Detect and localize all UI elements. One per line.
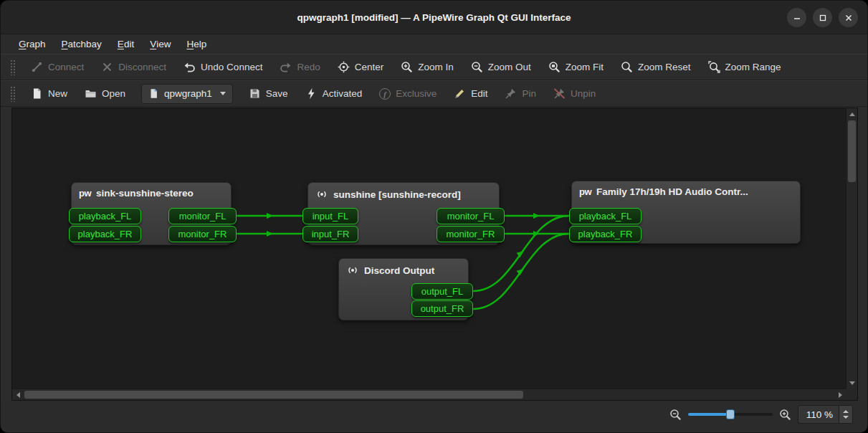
- menu-label: H: [186, 39, 194, 49]
- triangle-up-icon: [849, 113, 855, 116]
- scroll-down-button[interactable]: [846, 377, 858, 389]
- menubar: Graph Patchbay Edit View Help: [1, 34, 867, 54]
- scroll-up-button[interactable]: [846, 108, 858, 120]
- chevron-down-icon: [220, 92, 226, 95]
- pin-icon: [505, 87, 517, 100]
- port-monitor-fr[interactable]: monitor_FR: [168, 226, 237, 242]
- toolbar-handle[interactable]: [10, 86, 16, 102]
- triangle-right-icon: [839, 392, 842, 398]
- zoom-value[interactable]: 110 %: [798, 406, 839, 423]
- center-icon: [338, 61, 350, 73]
- pin-button[interactable]: Pin: [496, 83, 545, 105]
- zoom-fit-button[interactable]: Zoom Fit: [540, 57, 612, 78]
- menu-label: dit: [124, 39, 134, 49]
- wire-arrow-icon: [267, 231, 273, 237]
- port-input-fl[interactable]: input_FL: [302, 208, 358, 224]
- window-controls: [787, 8, 858, 27]
- button-label: Redo: [297, 62, 320, 72]
- scroll-right-button[interactable]: [834, 389, 846, 401]
- redo-icon: [280, 61, 292, 73]
- patchbay-combobox[interactable]: qpwgraph1: [141, 84, 233, 104]
- undo-connect-button[interactable]: Undo Connect: [175, 57, 271, 78]
- button-label: Disconnect: [118, 62, 166, 72]
- open-patchbay-button[interactable]: Open: [76, 83, 134, 105]
- graph-canvas[interactable]: pw sink-sunshine-stereo sunshine [sunshi…: [12, 108, 846, 389]
- vertical-scrollbar[interactable]: [846, 108, 857, 389]
- spin-down-button[interactable]: [843, 416, 849, 419]
- zoom-out-button[interactable]: Zoom Out: [462, 57, 540, 78]
- menu-edit[interactable]: Edit: [110, 34, 142, 54]
- disconnect-icon: [101, 61, 113, 73]
- zoom-controls: 110 %: [669, 401, 853, 428]
- new-patchbay-button[interactable]: New: [22, 83, 76, 105]
- exclusive-icon: f: [379, 88, 391, 100]
- scroll-left-button[interactable]: [12, 389, 24, 401]
- exclusive-toggle-button[interactable]: f Exclusive: [371, 83, 445, 105]
- zoom-in-icon: [779, 409, 791, 421]
- button-label: Zoom Out: [488, 62, 531, 72]
- port-monitor-fl[interactable]: monitor_FL: [437, 208, 505, 224]
- triangle-down-icon: [849, 381, 855, 385]
- spin-up-button[interactable]: [843, 410, 849, 413]
- edit-toggle-button[interactable]: Edit: [445, 83, 496, 105]
- port-input-fr[interactable]: input_FR: [302, 226, 358, 242]
- menu-patchbay[interactable]: Patchbay: [54, 34, 110, 54]
- slider-handle[interactable]: [726, 409, 735, 419]
- port-monitor-fl[interactable]: monitor_FL: [168, 208, 237, 224]
- zoom-slider[interactable]: [688, 408, 773, 421]
- zoom-reset-button[interactable]: Zoom Reset: [612, 57, 700, 78]
- zoom-range-button[interactable]: Zoom Range: [700, 57, 790, 78]
- menu-graph[interactable]: Graph: [11, 34, 54, 54]
- horizontal-scrollbar[interactable]: [12, 389, 846, 400]
- menu-view[interactable]: View: [142, 34, 178, 54]
- statusbar: 110 %: [1, 401, 867, 433]
- menu-help[interactable]: Help: [178, 34, 214, 54]
- center-button[interactable]: Center: [329, 57, 393, 78]
- minimize-button[interactable]: [787, 8, 806, 27]
- zoom-out-icon: [669, 409, 682, 421]
- port-playback-fr[interactable]: playback_FR: [69, 226, 141, 242]
- button-label: Connect: [48, 62, 84, 72]
- button-label: Pin: [522, 88, 536, 99]
- unpin-button[interactable]: Unpin: [545, 83, 604, 105]
- port-monitor-fr[interactable]: monitor_FR: [437, 226, 505, 242]
- lightning-icon: [305, 87, 318, 100]
- button-label: Zoom In: [418, 62, 454, 72]
- button-label: Exclusive: [396, 88, 437, 99]
- port-output-fl[interactable]: output_FL: [411, 283, 473, 300]
- maximize-icon: [818, 13, 828, 23]
- titlebar[interactable]: qpwgraph1 [modified] — A PipeWire Graph …: [1, 1, 867, 34]
- connect-button[interactable]: Connect: [22, 57, 92, 78]
- port-playback-fl[interactable]: playback_FL: [69, 208, 141, 224]
- undo-icon: [183, 61, 196, 73]
- disconnect-button[interactable]: Disconnect: [92, 57, 175, 78]
- toolbar-handle[interactable]: [10, 60, 16, 75]
- menu-label: atchbay: [68, 39, 102, 49]
- redo-button[interactable]: Redo: [271, 57, 328, 78]
- button-label: Edit: [471, 88, 487, 99]
- patchbay-combobox-value: qpwgraph1: [164, 88, 212, 99]
- save-patchbay-button[interactable]: Save: [240, 83, 297, 105]
- button-label: Save: [266, 88, 288, 99]
- open-folder-icon: [85, 87, 97, 100]
- zoom-reset-icon: [621, 61, 633, 73]
- zoom-out-icon: [471, 61, 483, 73]
- port-playback-fr[interactable]: playback_FR: [569, 226, 642, 242]
- maximize-button[interactable]: [813, 8, 832, 27]
- menu-label: E: [118, 39, 124, 49]
- zoom-in-button[interactable]: Zoom In: [392, 57, 462, 78]
- button-label: Zoom Range: [725, 62, 781, 72]
- close-button[interactable]: [839, 8, 858, 27]
- patchbay-toolbar: New Open qpwgraph1 Save Activated f Excl…: [1, 80, 867, 107]
- port-output-fr[interactable]: output_FR: [411, 300, 473, 317]
- slider-fill: [688, 413, 730, 416]
- port-playback-fl[interactable]: playback_FL: [569, 208, 642, 224]
- new-file-icon: [31, 87, 43, 100]
- app-window: qpwgraph1 [modified] — A PipeWire Graph …: [0, 0, 868, 433]
- zoom-spinbox[interactable]: 110 %: [798, 405, 853, 424]
- menu-label: raph: [27, 39, 46, 49]
- horizontal-scrollbar-thumb[interactable]: [24, 391, 523, 399]
- main-toolbar: Connect Disconnect Undo Connect Redo Cen…: [1, 54, 867, 80]
- activated-toggle-button[interactable]: Activated: [297, 83, 371, 105]
- vertical-scrollbar-thumb[interactable]: [848, 120, 856, 182]
